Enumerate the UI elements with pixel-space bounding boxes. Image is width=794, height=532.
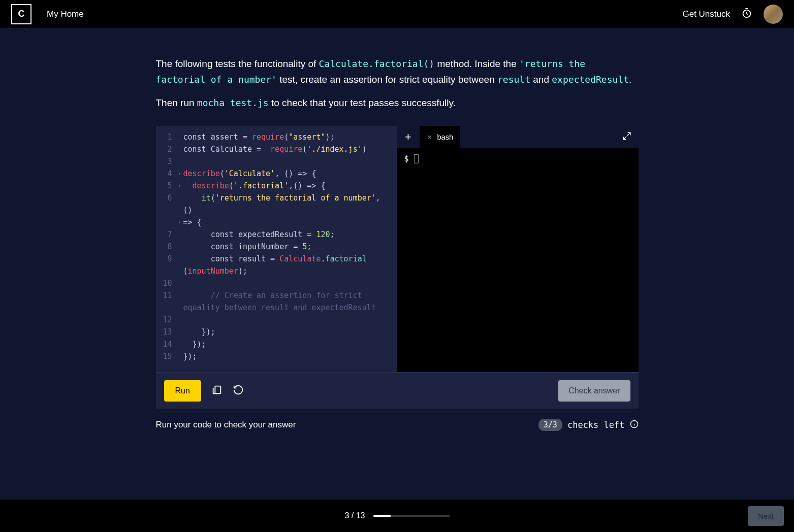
tab-label: bash	[437, 133, 453, 141]
line-number: 12	[156, 314, 176, 326]
code-line[interactable]: 12	[156, 314, 397, 326]
code-text[interactable]	[183, 277, 397, 289]
instr-text: method. Inside the	[434, 58, 519, 69]
close-icon[interactable]: ✕	[427, 134, 432, 141]
avatar[interactable]	[764, 5, 783, 24]
line-number: 15	[156, 350, 176, 362]
code-text[interactable]: equality between result and expectedResu…	[183, 302, 397, 314]
code-text[interactable]: => {	[183, 216, 397, 228]
code-line[interactable]: 5▾ describe('.factorial',() => {	[156, 180, 397, 192]
code-text[interactable]: });	[183, 350, 397, 362]
code-text[interactable]: (inputNumber);	[183, 265, 397, 277]
get-unstuck-link[interactable]: Get Unstuck	[682, 9, 730, 19]
below-bar: Run your code to check your answer 3/3 c…	[156, 419, 639, 431]
content: The following tests the functionality of…	[156, 28, 639, 431]
code-text[interactable]: // Create an assertion for strict	[183, 289, 397, 302]
code-inline: expectedResult	[552, 74, 629, 85]
progress: 3 / 13	[344, 511, 449, 520]
code-text[interactable]: const inputNumber = 5;	[183, 241, 397, 253]
code-inline: result	[497, 74, 530, 85]
line-number: 10	[156, 277, 176, 289]
code-editor[interactable]: 1const assert = require("assert");2const…	[156, 126, 397, 372]
header: C My Home Get Unstuck	[0, 0, 794, 28]
line-number: 11	[156, 289, 176, 302]
code-text[interactable]: const assert = require("assert");	[183, 131, 397, 143]
checks-left: 3/3 checks left	[538, 419, 639, 431]
toolbar: Run Check answer	[156, 372, 639, 409]
hint-text: Run your code to check your answer	[156, 420, 296, 430]
expand-icon[interactable]	[622, 131, 631, 143]
terminal-tab[interactable]: ✕ bash	[420, 126, 460, 148]
code-line[interactable]: (inputNumber);	[156, 265, 397, 277]
code-text[interactable]: });	[183, 326, 397, 338]
line-number: 8	[156, 241, 176, 253]
code-line[interactable]: 4▾describe('Calculate', () => {	[156, 168, 397, 180]
code-text[interactable]	[183, 314, 397, 326]
instr-text: .	[629, 74, 631, 85]
terminal-body[interactable]: $	[397, 148, 639, 372]
code-text[interactable]: it('returns the factorial of a number', …	[183, 192, 397, 216]
code-inline: mocha test.js	[197, 97, 269, 108]
add-tab-icon[interactable]: +	[397, 130, 420, 144]
line-number: 6	[156, 192, 176, 204]
code-line[interactable]: 1const assert = require("assert");	[156, 131, 397, 143]
progress-text: 3 / 13	[344, 511, 365, 520]
workspace-main: 1const assert = require("assert");2const…	[156, 126, 639, 372]
info-icon[interactable]	[630, 420, 639, 430]
code-line[interactable]: 13 });	[156, 326, 397, 338]
code-line[interactable]: 8 const inputNumber = 5;	[156, 241, 397, 253]
footer: 3 / 13 Next	[0, 500, 794, 532]
code-line[interactable]: 7 const expectedResult = 120;	[156, 228, 397, 241]
line-number: 4	[156, 168, 176, 180]
code-line[interactable]: 2const Calculate = require('./index.js')	[156, 143, 397, 155]
line-number: 3	[156, 155, 176, 168]
next-button[interactable]: Next	[748, 506, 784, 526]
nav-home[interactable]: My Home	[47, 9, 84, 19]
terminal-tabs: + ✕ bash	[397, 126, 639, 148]
fold-icon[interactable]: ▾	[176, 216, 183, 228]
checks-badge: 3/3	[538, 419, 562, 431]
code-text[interactable]: const result = Calculate.factorial	[183, 253, 397, 265]
run-button[interactable]: Run	[164, 380, 201, 402]
progress-fill	[373, 515, 391, 517]
code-line[interactable]: 6 it('returns the factorial of a number'…	[156, 192, 397, 216]
terminal-prompt: $	[404, 154, 631, 163]
code-text[interactable]: });	[183, 338, 397, 350]
line-number: 7	[156, 228, 176, 241]
line-number: 1	[156, 131, 176, 143]
instr-text: Then run	[156, 97, 197, 108]
header-right: Get Unstuck	[682, 5, 783, 24]
code-line[interactable]: ▾=> {	[156, 216, 397, 228]
instr-text: test, create an assertion for strict equ…	[277, 74, 497, 85]
code-text[interactable]	[183, 155, 397, 168]
header-left: C My Home	[11, 4, 84, 24]
code-text[interactable]: const Calculate = require('./index.js')	[183, 143, 397, 155]
code-line[interactable]: 10	[156, 277, 397, 289]
reset-icon[interactable]	[233, 384, 244, 397]
timer-icon[interactable]	[741, 8, 752, 21]
code-line[interactable]: 3	[156, 155, 397, 168]
code-line[interactable]: 14 });	[156, 338, 397, 350]
code-line[interactable]: 11 // Create an assertion for strict	[156, 289, 397, 302]
workspace: 1const assert = require("assert");2const…	[156, 126, 639, 409]
code-line[interactable]: equality between result and expectedResu…	[156, 302, 397, 314]
copy-icon[interactable]	[211, 384, 223, 397]
terminal: + ✕ bash $	[397, 126, 639, 372]
code-text[interactable]: describe('.factorial',() => {	[183, 180, 397, 192]
code-line[interactable]: 9 const result = Calculate.factorial	[156, 253, 397, 265]
logo[interactable]: C	[11, 4, 31, 24]
fold-icon[interactable]: ▾	[176, 168, 183, 180]
fold-icon[interactable]: ▾	[176, 180, 183, 192]
checks-text: checks left	[567, 420, 625, 430]
line-number: 5	[156, 180, 176, 192]
instr-text: to check that your test passes successfu…	[269, 97, 456, 108]
progress-bar	[373, 515, 450, 517]
line-number: 13	[156, 326, 176, 338]
code-text[interactable]: const expectedResult = 120;	[183, 228, 397, 241]
instructions: The following tests the functionality of…	[156, 56, 639, 111]
line-number: 14	[156, 338, 176, 350]
check-answer-button[interactable]: Check answer	[558, 380, 630, 402]
code-text[interactable]: describe('Calculate', () => {	[183, 168, 397, 180]
code-line[interactable]: 15});	[156, 350, 397, 362]
line-number: 9	[156, 253, 176, 265]
